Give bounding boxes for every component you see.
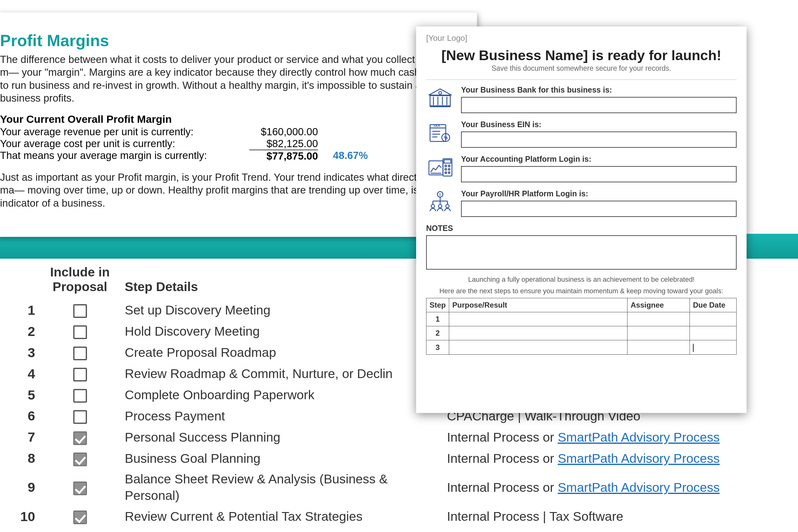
include-checkbox[interactable] [73, 304, 87, 318]
include-checkbox[interactable] [73, 511, 87, 524]
include-checkbox-cell [40, 506, 120, 527]
include-checkbox[interactable] [73, 325, 87, 339]
margin-percent: 48.67% [318, 150, 368, 162]
svg-text:%: % [444, 135, 448, 140]
include-checkbox-cell [40, 300, 120, 321]
include-checkbox-cell [40, 385, 120, 406]
step-header-assignee: Assignee [627, 298, 690, 312]
logo-placeholder: [Your Logo] [426, 33, 737, 43]
launch-step-row: 1 [426, 312, 737, 326]
step-resource: Internal Process | Tax Software [442, 506, 798, 527]
step-purpose-cell[interactable] [449, 312, 627, 326]
include-checkbox[interactable] [73, 481, 87, 495]
svg-text:TAX: TAX [433, 124, 440, 128]
tax-icon: TAX% [426, 121, 454, 144]
accounting-icon [426, 156, 454, 179]
launch-subtitle: Save this document somewhere secure for … [426, 64, 737, 80]
svg-point-22 [445, 172, 446, 173]
launch-step-row: 2 [426, 326, 737, 340]
notes-textarea[interactable] [426, 235, 737, 270]
margin-label: That means your average margin is curren… [0, 150, 249, 162]
step-detail: Complete Onboarding Paperwork [120, 385, 442, 406]
step-resource: Internal Process or SmartPath Advisory P… [442, 448, 798, 469]
launch-field-payroll: $ Your Payroll/HR Platform Login is: [426, 189, 737, 217]
smartpath-link[interactable]: SmartPath Advisory Process [558, 480, 720, 495]
step-due-cell[interactable] [690, 312, 737, 326]
step-detail: Hold Discovery Meeting [120, 321, 442, 342]
bank-icon [426, 87, 454, 110]
header-step-details: Step Details [120, 265, 442, 300]
step-detail: Review Current & Potential Tax Strategie… [120, 506, 442, 527]
margin-value: $77,875.00 [249, 150, 318, 162]
launch-msg1: Launching a fully operational business i… [426, 275, 737, 284]
include-checkbox[interactable] [73, 346, 87, 360]
bank-input[interactable] [461, 97, 737, 113]
payroll-input[interactable] [461, 201, 737, 217]
step-number: 1 [426, 312, 449, 326]
launch-field-bank: Your Business Bank for this business is: [426, 86, 737, 113]
step-purpose-cell[interactable] [449, 340, 627, 355]
svg-point-32 [446, 205, 449, 208]
profit-margins-document: Profit Margins The difference between wh… [0, 13, 477, 237]
step-assignee-cell[interactable] [627, 340, 690, 355]
ein-label: Your Business EIN is: [461, 120, 737, 129]
cost-value: $82,125.00 [249, 138, 318, 150]
step-detail: Set up Discovery Meeting [120, 300, 442, 321]
payroll-label: Your Payroll/HR Platform Login is: [461, 189, 737, 198]
step-resource: Internal Process or SmartPath Advisory P… [442, 469, 798, 506]
step-detail: Review Roadmap & Commit, Nurture, or Dec… [120, 363, 442, 385]
step-number: 3 [426, 340, 449, 355]
row-number: 7 [13, 427, 40, 448]
launch-step-row: 3 [426, 340, 737, 355]
include-checkbox[interactable] [73, 453, 87, 466]
profit-subhead: Your Current Overall Profit Margin [0, 113, 468, 125]
cost-label: Your average cost per unit is currently: [0, 138, 249, 150]
row-number: 8 [13, 448, 40, 469]
smartpath-link[interactable]: SmartPath Advisory Process [558, 430, 720, 444]
profit-intro: The difference between what it costs to … [0, 53, 468, 104]
include-checkbox-cell [40, 363, 120, 385]
include-checkbox[interactable] [73, 431, 87, 445]
row-number: 1 [13, 300, 40, 321]
table-row: 10Review Current & Potential Tax Strateg… [13, 506, 798, 527]
svg-point-30 [431, 205, 435, 208]
include-checkbox-cell [40, 448, 120, 469]
include-checkbox[interactable] [73, 410, 87, 424]
profit-trend: Just as important as your Profit margin,… [0, 171, 468, 209]
step-purpose-cell[interactable] [449, 326, 627, 340]
launch-document: [Your Logo] [New Business Name] is ready… [416, 26, 746, 413]
ein-input[interactable] [461, 132, 737, 148]
row-number: 5 [13, 385, 40, 406]
step-detail: Create Proposal Roadmap [120, 342, 442, 363]
step-assignee-cell[interactable] [627, 312, 690, 326]
launch-title: [New Business Name] is ready for launch! [426, 48, 737, 63]
launch-msg2: Here are the next steps to ensure you ma… [426, 287, 737, 296]
step-due-cell[interactable] [690, 340, 737, 355]
svg-point-20 [445, 169, 446, 170]
row-number: 3 [13, 342, 40, 363]
svg-text:$: $ [439, 193, 441, 196]
launch-field-accounting: Your Accounting Platform Login is: [426, 155, 737, 182]
svg-point-21 [448, 169, 450, 170]
step-due-cell[interactable] [690, 326, 737, 340]
step-assignee-cell[interactable] [627, 326, 690, 340]
step-header-step: Step [426, 298, 449, 312]
notes-label: NOTES [426, 224, 737, 233]
step-detail: Personal Success Planning [120, 427, 442, 448]
include-checkbox[interactable] [73, 389, 87, 403]
row-number: 4 [13, 363, 40, 385]
bank-label: Your Business Bank for this business is: [461, 86, 737, 94]
svg-point-19 [448, 165, 450, 167]
svg-point-31 [439, 205, 442, 208]
profit-rows: Your average revenue per unit is current… [0, 126, 468, 162]
step-resource: Internal Process or SmartPath Advisory P… [442, 427, 798, 448]
table-row: 8Business Goal PlanningInternal Process … [13, 448, 798, 469]
svg-rect-17 [444, 160, 451, 163]
include-checkbox-cell [40, 342, 120, 363]
include-checkbox-cell [40, 321, 120, 342]
accounting-input[interactable] [461, 166, 737, 182]
include-checkbox[interactable] [73, 368, 87, 381]
step-number: 2 [426, 326, 449, 340]
smartpath-link[interactable]: SmartPath Advisory Process [558, 451, 720, 466]
row-number: 6 [13, 405, 40, 427]
